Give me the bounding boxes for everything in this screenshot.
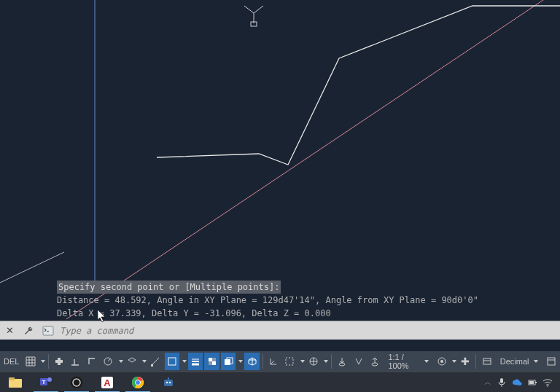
selection-filtering-button[interactable]	[282, 353, 297, 370]
svg-rect-28	[548, 358, 555, 365]
infer-constraints-button[interactable]	[68, 353, 82, 370]
gap-strip	[0, 340, 560, 351]
svg-point-44	[169, 381, 171, 383]
svg-text:A: A	[104, 377, 111, 388]
ortho-mode-button[interactable]	[85, 353, 99, 370]
svg-point-25	[440, 360, 443, 363]
svg-point-50	[547, 385, 548, 387]
annotation-visibility-button[interactable]	[335, 353, 349, 370]
polar-tracking-button[interactable]	[101, 353, 115, 370]
prompt-line: Specify second point or [Multiple points…	[57, 281, 281, 294]
object-snap-tracking-button[interactable]	[148, 353, 163, 370]
tray-chevron-icon[interactable]: ︿	[484, 377, 491, 388]
svg-rect-20	[286, 358, 293, 365]
lineweight-button[interactable]	[188, 353, 203, 370]
taskbar-autocad[interactable]: A	[92, 372, 122, 393]
svg-line-2	[64, 0, 554, 319]
taskbar-chrome[interactable]	[122, 372, 153, 393]
chevron-down-icon[interactable]	[324, 360, 328, 363]
svg-rect-10	[168, 358, 176, 365]
chevron-down-icon[interactable]	[452, 360, 456, 363]
status-bar: DEL 1:1 / 100% ✚ Decimal	[0, 351, 560, 372]
command-output: Specify second point or [Multiple points…	[57, 281, 553, 320]
delta-line: Delta X = 37.339, Delta Y = -31.096, Del…	[57, 308, 331, 318]
selection-cycling-button[interactable]	[221, 353, 236, 370]
annotation-scale-button[interactable]	[368, 353, 382, 370]
annotation-scale-menu[interactable]: 1:1 / 100%	[384, 353, 432, 370]
customize-commandline-button[interactable]	[22, 324, 35, 337]
svg-point-41	[136, 380, 141, 385]
svg-rect-18	[225, 359, 230, 365]
svg-rect-48	[535, 382, 537, 383]
svg-rect-9	[151, 364, 153, 366]
svg-rect-31	[9, 377, 15, 380]
svg-rect-42	[164, 380, 173, 386]
drawing-canvas[interactable]	[0, 0, 560, 319]
chevron-down-icon[interactable]	[41, 360, 45, 363]
gizmo-button[interactable]	[306, 353, 321, 370]
taskbar-file-explorer[interactable]	[0, 372, 31, 393]
taskbar-robot-app[interactable]	[153, 372, 184, 393]
chevron-down-icon[interactable]	[142, 360, 147, 363]
chevron-down-icon[interactable]	[300, 360, 305, 363]
object-snap-button[interactable]	[165, 353, 179, 370]
model-tab-label[interactable]: DEL	[1, 357, 21, 366]
taskbar-teams[interactable]: T	[31, 372, 61, 393]
grid-display-button[interactable]	[23, 353, 37, 370]
svg-rect-4	[43, 326, 53, 335]
snap-mode-button[interactable]	[52, 353, 66, 370]
units-button[interactable]	[479, 353, 494, 370]
command-input[interactable]	[55, 326, 560, 336]
svg-text:T: T	[42, 379, 46, 385]
tray-wifi-icon[interactable]	[542, 378, 553, 387]
svg-rect-14	[209, 358, 212, 361]
svg-rect-26	[483, 358, 491, 364]
close-commandline-button[interactable]: ✕	[3, 324, 16, 337]
autoscale-button[interactable]	[351, 353, 365, 370]
units-menu[interactable]: Decimal	[496, 353, 542, 370]
svg-rect-16	[212, 358, 216, 361]
annotation-monitor-button[interactable]: ✚	[458, 353, 472, 370]
command-prompt-icon	[41, 324, 55, 338]
svg-rect-15	[212, 361, 216, 365]
svg-line-1	[0, 252, 64, 283]
isometric-drafting-button[interactable]	[125, 353, 139, 370]
svg-rect-49	[529, 381, 534, 384]
tray-cloud-icon[interactable]	[512, 378, 522, 387]
dynamic-ucs-button[interactable]	[266, 353, 281, 370]
svg-rect-17	[209, 361, 212, 365]
chevron-down-icon[interactable]	[119, 360, 123, 363]
workspace-switching-button[interactable]	[435, 353, 449, 370]
svg-point-43	[166, 381, 168, 383]
chevron-down-icon[interactable]	[238, 360, 243, 363]
tray-mic-icon[interactable]	[497, 377, 506, 388]
svg-rect-7	[55, 360, 63, 363]
svg-point-23	[372, 363, 378, 366]
chevron-down-icon[interactable]	[182, 360, 187, 363]
system-tray[interactable]: ︿	[484, 377, 560, 388]
taskbar-obs[interactable]	[61, 372, 92, 393]
svg-rect-45	[168, 377, 169, 380]
command-bar: ✕	[0, 321, 560, 340]
windows-taskbar: T A ︿	[0, 372, 560, 392]
transparency-button[interactable]	[204, 353, 219, 370]
tray-battery-icon[interactable]	[528, 377, 537, 388]
svg-rect-46	[500, 378, 503, 383]
distance-line: Distance = 48.592, Angle in XY Plane = 1…	[57, 295, 478, 305]
svg-point-34	[47, 377, 52, 382]
quick-properties-button[interactable]	[544, 353, 559, 370]
3d-object-snap-button[interactable]	[244, 353, 259, 370]
